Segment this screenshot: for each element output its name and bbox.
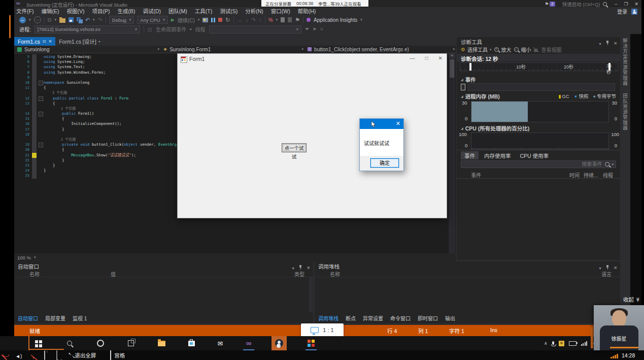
taskbar-search[interactable] [62,336,77,350]
autos-tab-1[interactable]: 局部变量 [45,314,65,322]
file-explorer-button[interactable] [154,336,169,350]
whiteboard-button[interactable] [56,351,57,360]
search-options-icon[interactable]: ▾ [612,162,614,167]
form-close-button[interactable]: ✕ [438,55,443,61]
diagnostics-tab-1[interactable]: 内存使用率 [481,151,515,159]
thread-flag-icon[interactable]: ⚑ [313,27,317,32]
snapshot-icon[interactable] [202,18,208,22]
start-button[interactable] [30,336,46,350]
menu-item-3[interactable]: 项目(P) [92,7,110,15]
close-icon[interactable] [614,263,617,272]
callstack-tab-0[interactable]: 调用堆栈 [318,314,338,322]
cpu-section-header[interactable]: CPU (所有处理器的百分比) [461,124,529,132]
fold-collapse-icon[interactable]: − [39,143,43,147]
speaker-button[interactable]: ◄) [15,351,22,360]
process-dropdown[interactable]: [76612] Sunxinlong.vshost.ex▾ [35,25,140,34]
autos-body[interactable] [14,277,313,313]
form-maximize-button[interactable]: □ [425,55,428,61]
platform-dropdown[interactable]: Any CPU▾ [137,16,168,24]
continue-play-icon[interactable]: ▶ [171,17,175,22]
memory-section-header[interactable]: 进程内存 (MB) [461,92,500,100]
close-icon[interactable] [307,263,310,272]
select-tool-button[interactable]: ⚙选择工具▾ [461,46,491,53]
account-avatar-icon[interactable] [631,9,637,15]
search-icon[interactable] [605,162,609,167]
minimize-button[interactable]: – [615,2,617,7]
diagnostics-tab-2[interactable]: CPU 使用率 [517,151,553,159]
task-view-button[interactable] [123,336,139,350]
document2-icon[interactable] [288,17,292,22]
zoom-out-button[interactable]: -缩小 [514,46,531,53]
window-position-icon[interactable] [599,263,601,272]
callstack-tab-4[interactable]: 即时窗口 [418,314,438,322]
share-viewers[interactable]: 李雪...等39人正在观看 [318,1,361,7]
callstack-tab-5[interactable]: 输出 [445,314,455,322]
solution-config-dropdown[interactable]: Debug▾ [109,16,134,24]
menu-item-8[interactable]: 测试(S) [220,7,238,15]
zoom-in-button[interactable]: +放大 [494,46,511,53]
callstack-tab-2[interactable]: 异常设置 [363,314,383,322]
screen-share-button[interactable] [44,351,45,360]
bookmark-icon[interactable]: ⚑ [295,17,300,23]
battery-icon[interactable] [569,341,577,346]
timeline-current-marker[interactable] [608,63,611,71]
lifecycle-events-button[interactable]: 生命周期事件 [156,25,186,33]
thread-marker-icon[interactable]: ≋ [320,26,324,32]
break-all-icon[interactable] [211,18,215,22]
menu-item-5[interactable]: 调试(D) [143,7,161,15]
collapse-button[interactable]: 收起 ≫ [623,296,640,303]
close-icon[interactable] [614,38,617,47]
store-button[interactable] [184,336,199,350]
callstack-body[interactable] [315,277,620,313]
events-track[interactable] [468,83,615,91]
visual-studio-taskbar-button[interactable]: ∞ [241,336,256,350]
timeline-start-marker[interactable] [469,63,471,71]
callstack-tab-3[interactable]: 命令窗口 [390,314,411,322]
show-next-statement-icon[interactable]: → [237,17,243,23]
form1-window[interactable]: Form1 — □ ✕ 点一个试试 ✕ 试试就试试 确定 [177,53,447,218]
network-signal-icon[interactable] [581,341,588,346]
fold-collapse-icon[interactable]: − [39,112,43,116]
pin-icon[interactable] [299,265,302,270]
message-box[interactable]: ✕ 试试就试试 确定 [359,118,404,171]
filter-funnel-icon[interactable] [305,28,309,30]
scrollbar-thumb[interactable] [450,59,454,78]
new-window-icon[interactable]: ⧉ [48,17,52,23]
timeline-ruler[interactable]: 10秒 20秒 30秒 [460,62,618,71]
cpu-chart[interactable] [471,133,609,150]
autos-scrollbar[interactable] [309,277,313,312]
colorful-app-button[interactable] [303,336,319,350]
navigate-back-icon[interactable]: ← [19,17,26,23]
menu-item-1[interactable]: 编辑(E) [41,7,59,15]
solution-explorer-tab[interactable]: 解决方案资源管理器 [621,38,628,86]
fold-collapse-icon[interactable]: − [39,81,43,85]
save-all-icon[interactable] [77,17,82,23]
grid-view-button[interactable] [110,351,111,360]
col-thread[interactable]: 线程 [603,171,613,179]
thread-dropdown[interactable]: ▾ [209,25,301,34]
grid-view-label[interactable]: 宫格 [114,351,125,359]
menu-item-9[interactable]: 分析(N) [245,7,263,15]
navigate-forward-icon[interactable]: → [34,16,41,23]
pin-icon[interactable] [606,40,609,45]
window-position-icon[interactable] [599,38,601,47]
menu-item-6[interactable]: 团队(M) [168,7,187,15]
form-title-bar[interactable]: Form1 — □ ✕ [178,54,447,64]
undo-icon[interactable]: ↶ [85,17,90,23]
step-over-icon[interactable]: ↷ [251,17,256,23]
performance-icon[interactable]: % [268,17,273,23]
search-events-input[interactable] [461,161,605,168]
application-insights-icon[interactable] [307,18,311,22]
sharing-app-button[interactable] [272,336,287,350]
tab-form1-designer[interactable]: Form1.cs [设计] ▪ [55,37,104,46]
menu-item-0[interactable]: 文件(F) [16,7,33,15]
breadcrumb-type-dropdown[interactable]: ❖ Sunxinlong.Form1 ▾ [160,46,304,53]
webcam-overlay[interactable]: 徐振星 [594,305,644,350]
redo-icon[interactable]: ↷ [98,17,103,23]
menu-item-2[interactable]: 视图(V) [66,7,84,15]
window-position-icon[interactable] [292,263,294,272]
zoom-level-dropdown[interactable]: 100 % [17,255,31,260]
dialog-title-bar[interactable]: ✕ [360,119,403,129]
pin-icon[interactable] [606,265,609,270]
sign-in-link[interactable]: 登录 [617,8,627,15]
